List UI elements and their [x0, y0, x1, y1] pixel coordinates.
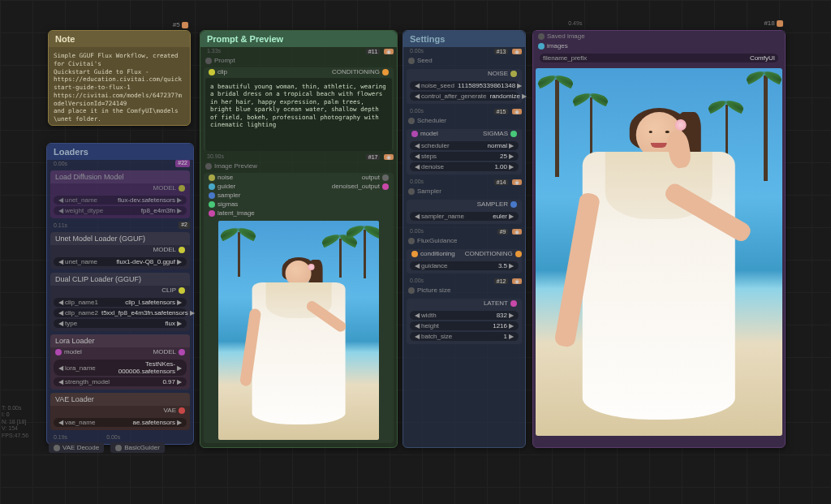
- node-flux-guidance[interactable]: conditioning CONDITIONING ◀guidance3.5▶: [407, 249, 522, 274]
- node-prompt[interactable]: clip CONDITIONING a beautiful young woma…: [204, 67, 394, 151]
- canvas-stats: T: 0.00sI: 0N: 18 [18]V: 154FPS:47.56: [2, 405, 28, 439]
- output-latent[interactable]: LATENT: [407, 299, 522, 308]
- param-height[interactable]: ◀height1216▶: [410, 321, 519, 330]
- input-sigmas[interactable]: sigmas: [204, 200, 260, 209]
- node-lora-loader[interactable]: Lora Loader model MODEL ◀lora_nameTestNK…: [50, 334, 190, 390]
- node-vae-loader[interactable]: VAE Loader VAE ◀vae_nameae.safetensors▶: [50, 393, 190, 430]
- node-image-preview[interactable]: noise guider sampler sigmas latent_image…: [204, 173, 394, 443]
- note-text[interactable]: Simple GGUF Flux Workflow, created for C…: [49, 47, 190, 128]
- output-output[interactable]: output: [327, 173, 394, 182]
- param-clip-name1[interactable]: ◀clip_name1clip_l.safetensors▶: [54, 298, 187, 307]
- node-seed[interactable]: NOISE ◀noise_seed1115895339861348▶ ◀cont…: [407, 69, 522, 104]
- timing-label: 30.90s: [204, 153, 227, 161]
- output-model[interactable]: MODEL: [50, 183, 190, 192]
- arrow-left-icon[interactable]: ◀: [57, 196, 65, 204]
- node-icon: [777, 20, 783, 27]
- input-model[interactable]: model: [50, 347, 87, 356]
- node-dual-clip-loader[interactable]: Dual CLIP Loader (GGUF) CLIP ◀clip_name1…: [50, 273, 190, 331]
- arrow-right-icon[interactable]: ▶: [175, 196, 183, 204]
- timing-label: 0.00s: [103, 433, 123, 441]
- node-id-badge: #17: [366, 154, 381, 160]
- node-icon: ◉: [512, 179, 522, 185]
- node-vae-decode-collapsed[interactable]: VAE Decode: [49, 442, 104, 453]
- timing-label: 0.00s: [407, 178, 427, 186]
- node-sampler[interactable]: SAMPLER ◀sampler_nameeuler▶: [407, 200, 522, 224]
- output-sampler[interactable]: SAMPLER: [407, 200, 522, 209]
- output-denoised[interactable]: denoised_output: [327, 182, 394, 191]
- param-control-after-gen[interactable]: ◀control_after_generaterandomize▶: [410, 92, 519, 101]
- loaders-group[interactable]: Loaders 0.00s#22 Load Diffusion Model MO…: [46, 143, 194, 445]
- node-picture-size-header: Picture size: [403, 285, 525, 295]
- node-icon: ◉: [512, 49, 522, 54]
- node-basic-guider-collapsed[interactable]: BasicGuider: [110, 442, 165, 453]
- note-title: Note: [49, 31, 190, 47]
- saved-image-node[interactable]: 0.49s#18 Saved image images filename_pre…: [532, 30, 786, 448]
- param-noise-seed[interactable]: ◀noise_seed1115895339861348▶: [410, 81, 519, 90]
- node-id-badge: #11: [366, 49, 381, 54]
- node-seed-header: Seed: [403, 55, 525, 66]
- input-guider[interactable]: guider: [204, 182, 260, 191]
- output-model[interactable]: MODEL: [149, 347, 190, 356]
- param-unet-name[interactable]: ◀unet_nameflux-dev.safetensors▶: [54, 196, 187, 205]
- prompt-preview-group[interactable]: Prompt & Preview 1.33s#11 ◉ Prompt clip …: [200, 30, 398, 448]
- timing-label: 0.00s: [50, 160, 71, 167]
- param-denoise[interactable]: ◀denoise1.00▶: [410, 162, 519, 171]
- node-unet-loader[interactable]: Unet Model Loader (GGUF) MODEL ◀unet_nam…: [50, 232, 190, 269]
- node-title: Load Diffusion Model: [50, 170, 190, 183]
- param-strength[interactable]: ◀strength_model0.97▶: [54, 377, 187, 386]
- timing-label: 0.11s: [50, 222, 71, 229]
- node-icon: ◉: [384, 49, 394, 54]
- settings-group[interactable]: Settings 0.00s#13 ◉ Seed NOISE ◀noise_se…: [403, 30, 526, 448]
- node-prompt-header: Prompt: [200, 55, 397, 66]
- param-guidance[interactable]: ◀guidance3.5▶: [410, 261, 519, 270]
- prompt-preview-title: Prompt & Preview: [200, 31, 397, 47]
- saved-image-title: Saved image: [533, 31, 785, 41]
- node-id-badge: #13: [494, 49, 509, 54]
- preview-image[interactable]: [218, 221, 379, 440]
- node-id-badge: #2: [179, 222, 190, 229]
- param-batch-size[interactable]: ◀batch_size1▶: [410, 332, 519, 341]
- output-noise[interactable]: NOISE: [407, 69, 522, 78]
- output-clip[interactable]: CLIP: [50, 286, 190, 295]
- output-conditioning[interactable]: CONDITIONING: [327, 67, 394, 76]
- note-panel[interactable]: #5 Note Simple GGUF Flux Workflow, creat…: [48, 30, 191, 126]
- param-vae-name[interactable]: ◀vae_nameae.safetensors▶: [54, 418, 187, 427]
- param-filename-prefix[interactable]: filename_prefixComfyUI: [540, 54, 778, 62]
- timing-label: 1.33s: [204, 47, 224, 55]
- param-sampler-name[interactable]: ◀sampler_nameeuler▶: [410, 212, 519, 221]
- node-title: Unet Model Loader (GGUF): [50, 232, 190, 245]
- node-title: Lora Loader: [50, 334, 190, 347]
- node-picture-size[interactable]: LATENT ◀width832▶ ◀height1216▶ ◀batch_si…: [407, 299, 522, 344]
- timing-label: 0.19s: [50, 433, 71, 441]
- param-weight-dtype[interactable]: ◀weight_dtypefp8_e4m3fn▶: [54, 206, 187, 215]
- node-scheduler[interactable]: model SIGMAS ◀schedulernormal▶ ◀steps25▶…: [407, 129, 522, 174]
- param-unet-name[interactable]: ◀unet_nameflux1-dev-Q8_0.gguf▶: [54, 257, 187, 266]
- param-clip-name2[interactable]: ◀clip_name2t5xxl_fp8_e4m3fn.safetensors▶: [54, 308, 187, 317]
- output-sigmas[interactable]: SIGMAS: [478, 129, 522, 138]
- output-vae[interactable]: VAE: [50, 406, 190, 415]
- param-width[interactable]: ◀width832▶: [410, 311, 519, 320]
- prompt-textarea[interactable]: a beautiful young woman, thin, athletic,…: [205, 78, 392, 151]
- param-steps[interactable]: ◀steps25▶: [410, 152, 519, 161]
- settings-title: Settings: [403, 31, 525, 47]
- node-id-badge: #9: [497, 229, 509, 235]
- input-clip[interactable]: clip: [204, 67, 232, 76]
- output-conditioning[interactable]: CONDITIONING: [460, 249, 527, 258]
- param-lora-name[interactable]: ◀lora_nameTestNKes-000006.safetensors▶: [54, 360, 187, 376]
- node-load-diffusion[interactable]: Load Diffusion Model MODEL ◀unet_nameflu…: [50, 170, 190, 218]
- node-id-badge: #22: [175, 160, 190, 167]
- param-type[interactable]: ◀typeflux▶: [54, 319, 187, 328]
- input-images[interactable]: images: [533, 41, 785, 50]
- loaders-title: Loaders: [47, 144, 193, 160]
- saved-image-output[interactable]: [536, 68, 782, 436]
- param-scheduler[interactable]: ◀schedulernormal▶: [410, 141, 519, 150]
- input-model[interactable]: model: [407, 129, 443, 138]
- node-id-badge: #15: [494, 109, 509, 114]
- input-sampler[interactable]: sampler: [204, 191, 260, 200]
- node-icon: ◉: [384, 154, 394, 160]
- input-latent[interactable]: latent_image: [204, 209, 260, 218]
- output-model[interactable]: MODEL: [50, 245, 190, 254]
- node-id-badge: #5: [173, 21, 188, 28]
- input-conditioning[interactable]: conditioning: [407, 249, 460, 258]
- input-noise[interactable]: noise: [204, 173, 260, 182]
